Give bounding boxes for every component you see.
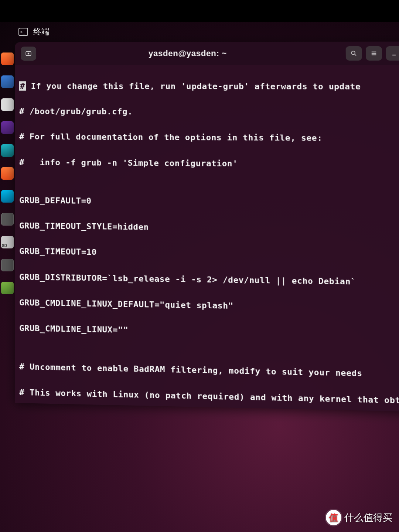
dock-item-disk[interactable] (1, 259, 14, 271)
file-line: GRUB_CMDLINE_LINUX_DEFAULT="quiet splash… (19, 296, 399, 315)
dock-item-libreoffice[interactable] (1, 144, 14, 157)
cursor: # (19, 81, 26, 91)
hamburger-icon (371, 50, 378, 57)
svg-point-3 (351, 51, 355, 54)
file-line: GRUB_CMDLINE_LINUX="" (19, 322, 399, 342)
dock-item-files[interactable] (1, 98, 14, 111)
file-line: # For full documentation of the options … (19, 131, 399, 145)
file-line: GRUB_TIMEOUT=10 (19, 245, 399, 263)
terminal-window: yasden@yasden: ~ # If you change this fi… (15, 42, 399, 412)
file-line: # info -f grub -n 'Simple configuration' (19, 156, 399, 171)
svg-line-4 (355, 54, 356, 56)
gnome-topbar: 终端 (0, 22, 399, 41)
search-button[interactable] (346, 46, 362, 61)
search-icon (350, 50, 357, 57)
terminal-headerbar: yasden@yasden: ~ (15, 42, 399, 65)
file-line: GRUB_TIMEOUT_STYLE=hidden (19, 220, 399, 237)
watermark-text: 什么值得买 (344, 511, 392, 524)
dock-item-help[interactable] (1, 190, 14, 203)
file-line: # This works with Linux (no patch requir… (19, 386, 399, 407)
file-line: # Uncomment to enable BadRAM filtering, … (19, 360, 399, 381)
file-line: GRUB_DEFAULT=0 (19, 194, 399, 210)
dock-item-ubuntu-software[interactable] (1, 167, 14, 180)
dock-item-thunderbird[interactable] (1, 75, 14, 88)
dock-item-rhythmbox[interactable] (1, 121, 14, 134)
terminal-body[interactable]: # If you change this file, run 'update-g… (15, 65, 399, 411)
dock-item-trash[interactable] (1, 282, 14, 294)
minimize-button[interactable] (386, 46, 399, 61)
file-line: # If you change this file, run 'update-g… (19, 80, 399, 93)
dock-item-firefox[interactable] (1, 52, 14, 65)
new-tab-icon (25, 50, 32, 57)
screen-bezel (0, 0, 399, 22)
terminal-title: yasden@yasden: ~ (36, 48, 342, 58)
dock-item-disk-sd[interactable]: SD (1, 236, 14, 248)
dock-item-settings[interactable] (1, 213, 14, 226)
hamburger-menu-button[interactable] (366, 46, 382, 61)
new-tab-button[interactable] (21, 47, 36, 61)
dock: SD (0, 41, 15, 532)
watermark: 值 什么值得买 (326, 510, 392, 525)
line-text: If you change this file, run 'update-gru… (26, 81, 361, 91)
file-line: GRUB_DISTRIBUTOR=`lsb_release -i -s 2> /… (19, 271, 399, 289)
terminal-icon (18, 28, 28, 36)
watermark-badge: 值 (326, 510, 341, 525)
minimize-icon (391, 50, 398, 57)
file-line: # /boot/grub/grub.cfg. (19, 105, 399, 119)
topbar-app-label: 终端 (33, 26, 50, 37)
